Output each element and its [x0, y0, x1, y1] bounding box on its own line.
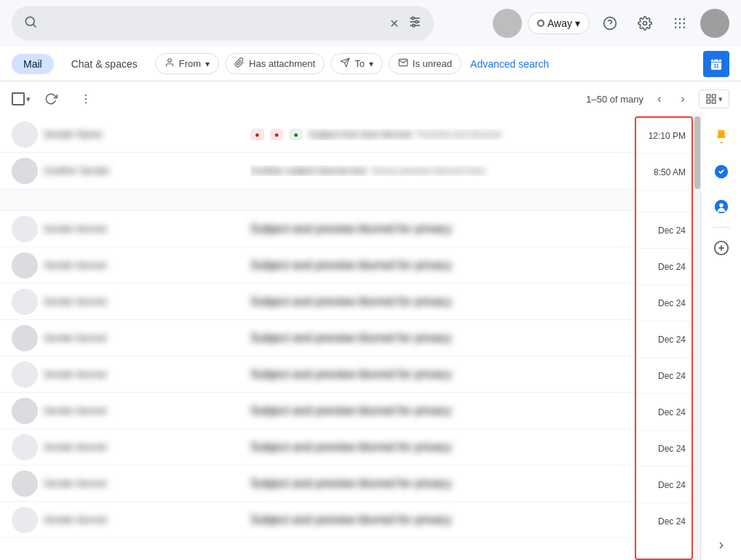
email-row[interactable]: Another Sender Another subject blurred t…	[0, 153, 694, 189]
svg-point-30	[85, 102, 87, 103]
sidebar-divider	[713, 227, 730, 228]
avatar	[12, 158, 38, 184]
email-sender: Another Sender	[44, 165, 175, 176]
label-badge: ●	[289, 129, 303, 140]
scrollbar-track[interactable]	[694, 116, 700, 560]
select-all-wrap: ▾	[12, 92, 31, 105]
help-button[interactable]	[595, 9, 625, 38]
tune-icon[interactable]	[408, 15, 422, 33]
refresh-button[interactable]	[36, 84, 66, 113]
pagination-text: 1–50 of many	[586, 94, 643, 105]
chip-from-label: From	[179, 58, 201, 69]
time-value: Dec 24	[658, 262, 686, 272]
time-cell: Dec 24	[636, 503, 692, 540]
email-row[interactable]: Sender blurred Subject and preview blurr…	[0, 502, 694, 538]
email-sender: Sender blurred	[44, 332, 175, 343]
chevron-down-icon: ▾	[575, 17, 580, 29]
email-sender: Sender blurred	[44, 369, 175, 380]
time-value: Dec 24	[658, 335, 686, 345]
email-row[interactable]: Sender blurred Subject and preview blurr…	[0, 429, 694, 465]
search-input[interactable]: before:2021/12/25	[47, 17, 381, 30]
chevron-down-icon: ▾	[369, 59, 373, 69]
account-avatar-placeholder	[493, 9, 522, 38]
more-options-button[interactable]	[71, 84, 100, 113]
apps-button[interactable]	[665, 9, 694, 38]
avatar	[12, 361, 38, 388]
email-row[interactable]: Sender blurred Subject and preview blurr…	[0, 284, 694, 320]
select-chevron-icon[interactable]: ▾	[26, 95, 31, 104]
chip-from[interactable]: From ▾	[155, 53, 219, 74]
svg-rect-34	[712, 100, 716, 103]
contacts-button[interactable]	[707, 192, 736, 221]
advanced-search-link[interactable]: Advanced search	[470, 58, 549, 70]
email-row[interactable]: Sender blurred Subject and preview blurr…	[0, 211, 694, 247]
sidebar-add-button[interactable]	[707, 233, 736, 263]
time-value: Dec 24	[658, 225, 686, 236]
email-row-left: Sender blurred	[12, 289, 245, 315]
email-row[interactable]: Sender blurred Subject and preview blurr…	[0, 356, 694, 393]
avatar	[12, 216, 38, 242]
scrollbar-thumb[interactable]	[694, 116, 700, 189]
time-value: Dec 24	[658, 480, 686, 490]
status-button[interactable]: Away ▾	[528, 12, 590, 34]
email-row-left: Sender blurred	[12, 216, 245, 242]
time-value: Dec 24	[658, 444, 686, 454]
settings-button[interactable]	[630, 9, 659, 38]
svg-point-5	[412, 17, 414, 19]
sidebar-expand-button[interactable]	[713, 537, 730, 554]
svg-point-18	[679, 27, 681, 29]
time-cell-spacer	[636, 191, 692, 212]
next-page-button[interactable]: ›	[673, 89, 693, 109]
email-row[interactable]: Sender blurred Subject and preview blurr…	[0, 393, 694, 429]
email-row-left: Sender Name	[12, 121, 245, 148]
email-sender: Sender Name	[44, 129, 175, 140]
send-icon	[340, 57, 350, 70]
google-calendar-icon[interactable]: 31	[703, 51, 729, 77]
email-sender: Sender blurred	[44, 223, 175, 234]
email-body: Subject and preview blurred for privacy	[250, 223, 683, 236]
avatar	[12, 121, 38, 148]
email-row[interactable]: Sender blurred Subject and preview blurr…	[0, 320, 694, 356]
svg-point-14	[675, 23, 677, 25]
top-bar: before:2021/12/25 ✕ Away ▾	[0, 0, 741, 47]
email-sender: Sender blurred	[44, 405, 175, 416]
email-preview: Preview text blurred	[417, 129, 501, 140]
keep-button[interactable]	[707, 122, 736, 151]
svg-point-29	[85, 98, 87, 100]
email-row[interactable]: Sender blurred Subject and preview blurr…	[0, 247, 694, 284]
tab-chat-spaces[interactable]: Chat & spaces	[60, 54, 149, 74]
search-icon	[23, 15, 38, 33]
view-toggle-button[interactable]: ▾	[699, 89, 729, 108]
close-icon[interactable]: ✕	[389, 17, 399, 31]
status-label: Away	[547, 17, 572, 29]
user-avatar[interactable]	[700, 9, 729, 38]
email-row[interactable]: Sender blurred Subject and preview blurr…	[0, 465, 694, 502]
filter-bar: Mail Chat & spaces From ▾ Has attachment…	[0, 47, 741, 81]
person-icon	[165, 57, 175, 70]
svg-text:31: 31	[713, 63, 719, 68]
avatar	[12, 434, 38, 460]
tasks-button[interactable]	[707, 157, 736, 186]
email-row-spacer	[0, 189, 694, 211]
time-cell: Dec 24	[636, 358, 692, 394]
select-all-checkbox[interactable]	[12, 92, 25, 105]
time-value: Dec 24	[658, 407, 686, 417]
email-sender: Sender blurred	[44, 296, 175, 307]
email-body: Subject and preview blurred for privacy	[250, 295, 683, 308]
pagination-info: 1–50 of many ‹ › ▾	[586, 89, 729, 109]
svg-point-13	[683, 18, 686, 20]
svg-point-7	[413, 24, 415, 26]
chip-attachment[interactable]: Has attachment	[225, 53, 325, 74]
tab-mail[interactable]: Mail	[12, 54, 54, 74]
prev-page-button[interactable]: ‹	[649, 89, 670, 109]
avatar	[12, 289, 38, 315]
email-row-left: Sender blurred	[12, 325, 245, 351]
avatar	[12, 471, 38, 497]
email-subject: Another subject blurred text	[250, 165, 366, 176]
chip-to[interactable]: To ▾	[330, 53, 383, 74]
time-cell: Dec 24	[636, 321, 692, 358]
email-row[interactable]: Sender Name ● ● ● Subject line here blur…	[0, 116, 694, 153]
email-body: Subject and preview blurred for privacy	[250, 441, 683, 454]
chip-unread[interactable]: Is unread	[389, 53, 461, 74]
svg-point-15	[679, 23, 681, 25]
